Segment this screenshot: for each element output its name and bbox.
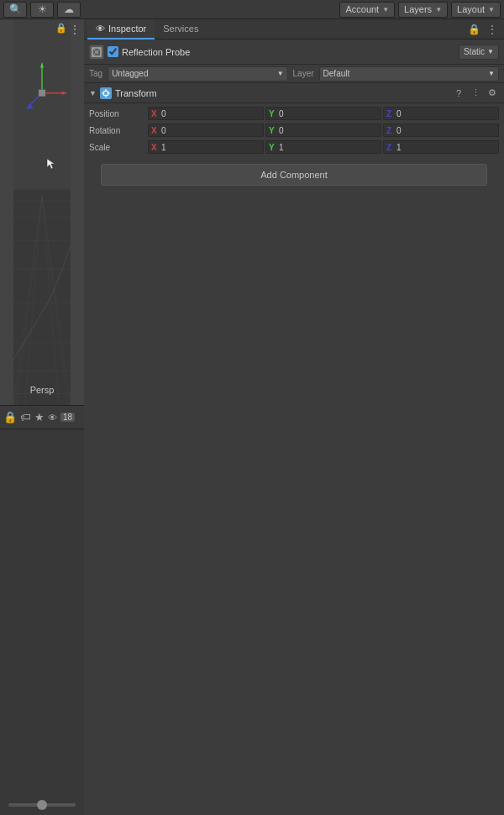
scale-xyz-group: X 1 Y 1 Z 1 <box>148 140 499 154</box>
cloud-icon: ☁ <box>64 3 74 15</box>
position-y-field[interactable]: Y 0 <box>265 107 381 120</box>
layers-dropdown[interactable]: Layers ▼ <box>398 2 448 18</box>
inspector-empty-area <box>84 192 504 815</box>
layers-label: Layers <box>404 4 432 14</box>
rotation-x-axis-label: X <box>151 126 160 135</box>
badge-count: 18 <box>60 413 75 422</box>
scene-lock-icon[interactable]: 🔒 <box>55 23 67 34</box>
transform-help-button[interactable]: ? <box>452 87 465 100</box>
position-x-field[interactable]: X 0 <box>148 107 264 120</box>
inspector-tab-label: Inspector <box>108 24 146 34</box>
tag-select[interactable]: Untagged ▼ <box>108 66 287 82</box>
tab-services[interactable]: Services <box>155 19 207 39</box>
scene-bottom-bar: 🔒 🏷 ★ 👁 18 <box>0 405 84 429</box>
main-layout: Persp ⋮ 🔒 🔒 🏷 ★ 👁 18 <box>0 19 504 815</box>
tag-chevron-icon: ▼ <box>277 70 284 77</box>
layer-label: Layer <box>293 69 314 78</box>
static-button[interactable]: Static ▼ <box>459 45 499 60</box>
svg-rect-22 <box>39 90 45 97</box>
position-y-value: 0 <box>279 109 284 118</box>
tag-layer-row: Tag Untagged ▼ Layer Default ▼ <box>84 65 504 83</box>
object-header: Reflection Probe Static ▼ <box>84 39 504 65</box>
layer-value: Default <box>323 69 350 78</box>
tag-label: Tag <box>89 69 102 78</box>
tab-bar: 👁 Inspector Services 🔒 ⋮ <box>84 19 504 39</box>
rotation-z-axis-label: Z <box>386 126 395 135</box>
position-z-field[interactable]: Z 0 <box>383 107 499 120</box>
position-label: Position <box>89 109 146 118</box>
scene-grid <box>0 19 84 405</box>
z-axis-label: Z <box>386 109 395 118</box>
scale-x-axis-label: X <box>151 143 160 152</box>
scale-x-field[interactable]: X 1 <box>148 140 264 154</box>
object-name: Reflection Probe <box>122 47 455 57</box>
rotation-x-field[interactable]: X 0 <box>148 124 264 137</box>
add-component-label: Add Component <box>260 170 328 180</box>
scale-z-axis-label: Z <box>386 143 395 152</box>
rotation-x-value: 0 <box>161 126 166 135</box>
scale-label: Scale <box>89 143 146 152</box>
svg-rect-1 <box>13 190 71 406</box>
search-icon: 🔍 <box>9 3 22 15</box>
rotation-xyz-group: X 0 Y 0 Z 0 <box>148 124 499 137</box>
object-icon <box>89 45 104 60</box>
services-tab-label: Services <box>163 24 198 34</box>
cursor-pointer <box>46 158 51 163</box>
sun-button[interactable]: ☀ <box>30 2 54 18</box>
more-tab-icon[interactable]: ⋮ <box>484 24 501 35</box>
scale-z-field[interactable]: Z 1 <box>383 140 499 154</box>
scale-x-value: 1 <box>161 143 166 152</box>
scale-z-value: 1 <box>396 143 402 152</box>
cloud-button[interactable]: ☁ <box>57 2 81 18</box>
transform-component-icon <box>100 87 112 99</box>
transform-component-name: Transform <box>115 88 449 98</box>
scale-row: Scale X 1 Y 1 Z 1 <box>84 139 504 155</box>
star-icon[interactable]: ★ <box>34 411 45 423</box>
add-component-button[interactable]: Add Component <box>101 164 487 186</box>
tag-value: Untagged <box>112 69 148 78</box>
position-z-value: 0 <box>396 109 402 118</box>
transform-component-header[interactable]: ▼ Transform ? ⋮ ⚙ <box>84 83 504 103</box>
left-panel: Persp ⋮ 🔒 🔒 🏷 ★ 👁 18 <box>0 19 84 815</box>
panel-slider[interactable] <box>8 803 76 807</box>
layout-dropdown[interactable]: Layout ▼ <box>451 2 501 18</box>
search-button[interactable]: 🔍 <box>3 2 27 18</box>
inspector-tab-icon: 👁 <box>96 24 105 34</box>
lock-tab-icon[interactable]: 🔒 <box>465 24 484 35</box>
position-x-value: 0 <box>161 109 166 118</box>
svg-marker-23 <box>47 159 55 169</box>
inspector-panel: 👁 Inspector Services 🔒 ⋮ R <box>84 19 504 815</box>
transform-collapse-icon: ▼ <box>89 89 97 97</box>
rotation-row: Rotation X 0 Y 0 Z 0 <box>84 122 504 139</box>
static-label: Static <box>464 47 485 56</box>
account-label: Account <box>345 4 379 14</box>
rotation-y-value: 0 <box>279 126 284 135</box>
persp-label: Persp <box>30 385 55 395</box>
static-chevron-icon: ▼ <box>487 48 494 55</box>
tag-icon[interactable]: 🏷 <box>20 411 31 423</box>
scene-menu-icon[interactable]: ⋮ <box>69 23 81 36</box>
account-dropdown[interactable]: Account ▼ <box>339 2 395 18</box>
sun-icon: ☀ <box>38 3 47 15</box>
bottom-empty-panel <box>0 429 84 815</box>
position-xyz-group: X 0 Y 0 Z 0 <box>148 107 499 120</box>
scale-y-value: 1 <box>279 143 284 152</box>
account-chevron-icon: ▼ <box>382 6 389 13</box>
eye-icon: 👁 <box>48 413 57 423</box>
slider-thumb[interactable] <box>37 800 47 810</box>
rotation-y-axis-label: Y <box>269 126 277 135</box>
transform-more-button[interactable]: ⋮ <box>469 87 482 100</box>
lock-icon[interactable]: 🔒 <box>3 411 17 423</box>
transform-fields: Position X 0 Y 0 Z 0 <box>84 103 504 157</box>
tab-inspector[interactable]: 👁 Inspector <box>87 19 155 39</box>
rotation-y-field[interactable]: Y 0 <box>265 124 381 137</box>
scene-view[interactable]: Persp ⋮ 🔒 <box>0 19 84 405</box>
layer-select[interactable]: Default ▼ <box>319 66 499 82</box>
transform-settings-button[interactable]: ⚙ <box>486 87 499 100</box>
scale-y-field[interactable]: Y 1 <box>265 140 381 154</box>
x-axis-label: X <box>151 109 160 118</box>
rotation-z-field[interactable]: Z 0 <box>383 124 499 137</box>
layers-chevron-icon: ▼ <box>435 6 442 13</box>
top-bar: 🔍 ☀ ☁ Account ▼ Layers ▼ Layout ▼ <box>0 0 504 19</box>
object-active-checkbox[interactable] <box>108 46 118 57</box>
